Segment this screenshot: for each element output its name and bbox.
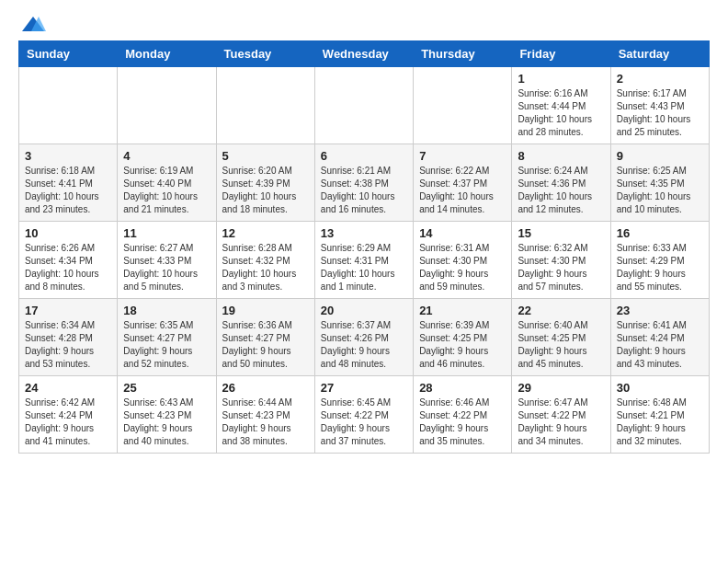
calendar-cell: 21Sunrise: 6:39 AM Sunset: 4:25 PM Dayli…: [414, 299, 512, 376]
calendar-table: SundayMondayTuesdayWednesdayThursdayFrid…: [18, 40, 710, 454]
calendar-cell: [19, 67, 118, 144]
calendar-cell: 28Sunrise: 6:46 AM Sunset: 4:22 PM Dayli…: [414, 376, 512, 454]
calendar-cell: 12Sunrise: 6:28 AM Sunset: 4:32 PM Dayli…: [216, 222, 314, 299]
day-info: Sunrise: 6:32 AM Sunset: 4:30 PM Dayligh…: [518, 242, 604, 293]
day-info: Sunrise: 6:18 AM Sunset: 4:41 PM Dayligh…: [25, 165, 111, 216]
day-info: Sunrise: 6:19 AM Sunset: 4:40 PM Dayligh…: [123, 165, 210, 216]
day-number: 12: [222, 226, 309, 240]
day-info: Sunrise: 6:26 AM Sunset: 4:34 PM Dayligh…: [25, 242, 111, 293]
day-number: 14: [419, 226, 506, 240]
day-number: 29: [518, 381, 604, 395]
calendar-cell: 26Sunrise: 6:44 AM Sunset: 4:23 PM Dayli…: [216, 376, 314, 454]
calendar-cell: 14Sunrise: 6:31 AM Sunset: 4:30 PM Dayli…: [414, 222, 512, 299]
day-info: Sunrise: 6:29 AM Sunset: 4:31 PM Dayligh…: [321, 242, 407, 293]
calendar-cell: 11Sunrise: 6:27 AM Sunset: 4:33 PM Dayli…: [118, 222, 216, 299]
day-number: 2: [617, 72, 703, 86]
calendar-cell: 4Sunrise: 6:19 AM Sunset: 4:40 PM Daylig…: [118, 144, 216, 222]
calendar-cell: 10Sunrise: 6:26 AM Sunset: 4:34 PM Dayli…: [19, 222, 118, 299]
calendar-cell: 20Sunrise: 6:37 AM Sunset: 4:26 PM Dayli…: [314, 299, 413, 376]
calendar-header-sunday: Sunday: [19, 41, 118, 67]
day-info: Sunrise: 6:25 AM Sunset: 4:35 PM Dayligh…: [617, 165, 703, 216]
calendar-cell: [314, 67, 413, 144]
day-info: Sunrise: 6:34 AM Sunset: 4:28 PM Dayligh…: [25, 319, 111, 371]
day-number: 15: [518, 226, 604, 240]
logo: [18, 15, 46, 29]
day-info: Sunrise: 6:35 AM Sunset: 4:27 PM Dayligh…: [123, 319, 210, 371]
day-info: Sunrise: 6:42 AM Sunset: 4:24 PM Dayligh…: [25, 396, 111, 448]
day-number: 13: [321, 226, 407, 240]
day-number: 28: [419, 381, 506, 395]
page-container: SundayMondayTuesdayWednesdayThursdayFrid…: [0, 0, 728, 468]
calendar-week-row: 24Sunrise: 6:42 AM Sunset: 4:24 PM Dayli…: [19, 376, 710, 454]
calendar-cell: 29Sunrise: 6:47 AM Sunset: 4:22 PM Dayli…: [512, 376, 610, 454]
calendar-cell: 5Sunrise: 6:20 AM Sunset: 4:39 PM Daylig…: [216, 144, 314, 222]
calendar-header-tuesday: Tuesday: [216, 41, 314, 67]
day-info: Sunrise: 6:45 AM Sunset: 4:22 PM Dayligh…: [321, 396, 407, 448]
day-info: Sunrise: 6:39 AM Sunset: 4:25 PM Dayligh…: [419, 319, 506, 371]
day-number: 27: [321, 381, 407, 395]
day-info: Sunrise: 6:22 AM Sunset: 4:37 PM Dayligh…: [419, 165, 506, 216]
day-info: Sunrise: 6:36 AM Sunset: 4:27 PM Dayligh…: [222, 319, 309, 371]
calendar-cell: [216, 67, 314, 144]
day-info: Sunrise: 6:46 AM Sunset: 4:22 PM Dayligh…: [419, 396, 506, 448]
day-number: 23: [617, 304, 703, 317]
calendar-cell: 23Sunrise: 6:41 AM Sunset: 4:24 PM Dayli…: [610, 299, 709, 376]
day-info: Sunrise: 6:48 AM Sunset: 4:21 PM Dayligh…: [617, 396, 703, 448]
day-number: 17: [25, 304, 111, 317]
calendar-header-monday: Monday: [118, 41, 216, 67]
day-number: 5: [222, 149, 309, 163]
day-number: 19: [222, 304, 309, 317]
calendar-header-friday: Friday: [512, 41, 610, 67]
day-number: 7: [419, 149, 506, 163]
calendar-header-row: SundayMondayTuesdayWednesdayThursdayFrid…: [19, 41, 710, 67]
day-info: Sunrise: 6:40 AM Sunset: 4:25 PM Dayligh…: [518, 319, 604, 371]
calendar-cell: 3Sunrise: 6:18 AM Sunset: 4:41 PM Daylig…: [19, 144, 118, 222]
day-number: 3: [25, 149, 111, 163]
logo-icon: [20, 15, 46, 33]
calendar-cell: [118, 67, 216, 144]
day-info: Sunrise: 6:27 AM Sunset: 4:33 PM Dayligh…: [123, 242, 210, 293]
calendar-cell: 6Sunrise: 6:21 AM Sunset: 4:38 PM Daylig…: [314, 144, 413, 222]
day-number: 25: [123, 381, 210, 395]
day-info: Sunrise: 6:31 AM Sunset: 4:30 PM Dayligh…: [419, 242, 506, 293]
calendar-week-row: 10Sunrise: 6:26 AM Sunset: 4:34 PM Dayli…: [19, 222, 710, 299]
calendar-cell: 19Sunrise: 6:36 AM Sunset: 4:27 PM Dayli…: [216, 299, 314, 376]
day-info: Sunrise: 6:33 AM Sunset: 4:29 PM Dayligh…: [617, 242, 703, 293]
day-info: Sunrise: 6:44 AM Sunset: 4:23 PM Dayligh…: [222, 396, 309, 448]
calendar-cell: 16Sunrise: 6:33 AM Sunset: 4:29 PM Dayli…: [610, 222, 709, 299]
day-number: 4: [123, 149, 210, 163]
calendar-cell: 17Sunrise: 6:34 AM Sunset: 4:28 PM Dayli…: [19, 299, 118, 376]
day-info: Sunrise: 6:16 AM Sunset: 4:44 PM Dayligh…: [518, 87, 604, 139]
day-number: 1: [518, 72, 604, 86]
day-info: Sunrise: 6:21 AM Sunset: 4:38 PM Dayligh…: [321, 165, 407, 216]
calendar-cell: 7Sunrise: 6:22 AM Sunset: 4:37 PM Daylig…: [414, 144, 512, 222]
day-number: 18: [123, 304, 210, 317]
day-info: Sunrise: 6:17 AM Sunset: 4:43 PM Dayligh…: [617, 87, 703, 139]
calendar-cell: 15Sunrise: 6:32 AM Sunset: 4:30 PM Dayli…: [512, 222, 610, 299]
day-info: Sunrise: 6:37 AM Sunset: 4:26 PM Dayligh…: [321, 319, 407, 371]
day-number: 8: [518, 149, 604, 163]
day-number: 9: [617, 149, 703, 163]
calendar-cell: [414, 67, 512, 144]
day-number: 22: [518, 304, 604, 317]
day-number: 30: [617, 381, 703, 395]
day-number: 26: [222, 381, 309, 395]
calendar-header-thursday: Thursday: [414, 41, 512, 67]
calendar-cell: 13Sunrise: 6:29 AM Sunset: 4:31 PM Dayli…: [314, 222, 413, 299]
calendar-cell: 2Sunrise: 6:17 AM Sunset: 4:43 PM Daylig…: [610, 67, 709, 144]
page-header: [18, 15, 710, 29]
calendar-week-row: 3Sunrise: 6:18 AM Sunset: 4:41 PM Daylig…: [19, 144, 710, 222]
calendar-week-row: 17Sunrise: 6:34 AM Sunset: 4:28 PM Dayli…: [19, 299, 710, 376]
day-info: Sunrise: 6:41 AM Sunset: 4:24 PM Dayligh…: [617, 319, 703, 371]
day-info: Sunrise: 6:20 AM Sunset: 4:39 PM Dayligh…: [222, 165, 309, 216]
calendar-cell: 22Sunrise: 6:40 AM Sunset: 4:25 PM Dayli…: [512, 299, 610, 376]
day-number: 24: [25, 381, 111, 395]
day-info: Sunrise: 6:24 AM Sunset: 4:36 PM Dayligh…: [518, 165, 604, 216]
day-number: 20: [321, 304, 407, 317]
calendar-cell: 1Sunrise: 6:16 AM Sunset: 4:44 PM Daylig…: [512, 67, 610, 144]
calendar-header-saturday: Saturday: [610, 41, 709, 67]
calendar-cell: 25Sunrise: 6:43 AM Sunset: 4:23 PM Dayli…: [118, 376, 216, 454]
day-number: 6: [321, 149, 407, 163]
day-info: Sunrise: 6:43 AM Sunset: 4:23 PM Dayligh…: [123, 396, 210, 448]
calendar-header-wednesday: Wednesday: [314, 41, 413, 67]
